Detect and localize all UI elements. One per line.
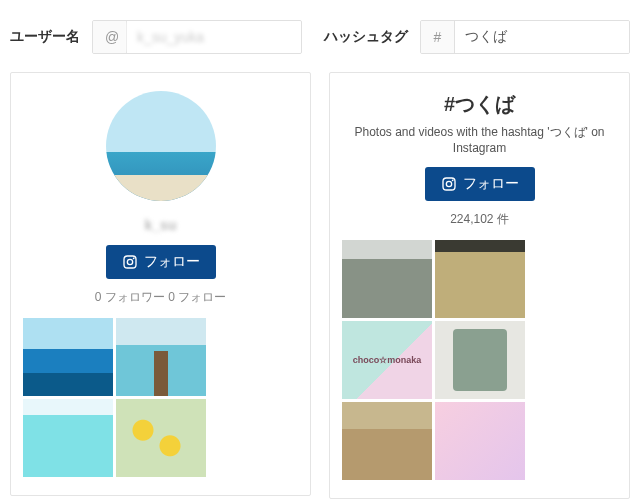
user-stats: 0 フォロワー 0 フォロー (23, 289, 298, 306)
user-field-row: ユーザー名 @ (10, 20, 306, 54)
user-follow-button[interactable]: フォロー (106, 245, 216, 279)
hashtag-count: 224,102 件 (342, 211, 617, 228)
hashtag-card: #つくば Photos and videos with the hashtag … (329, 72, 630, 499)
svg-point-1 (127, 259, 132, 264)
hashtag-thumb-3-text: choco☆monaka (353, 355, 422, 365)
hashtag-input[interactable] (455, 21, 630, 53)
hashtag-follow-label: フォロー (463, 175, 519, 193)
hashtag-photo-grid: choco☆monaka (342, 240, 617, 480)
hashtag-input-group: # (420, 20, 630, 54)
instagram-icon (122, 254, 138, 270)
hashtag-thumb-2[interactable] (435, 240, 525, 318)
hash-prefix: # (421, 21, 455, 53)
svg-point-5 (451, 179, 453, 181)
hashtag-thumb-6[interactable] (435, 402, 525, 480)
user-thumb-1[interactable] (23, 318, 113, 396)
hashtag-field-row: ハッシュタグ # (324, 20, 630, 54)
hashtag-thumb-4[interactable] (435, 321, 525, 399)
hashtag-thumb-3[interactable]: choco☆monaka (342, 321, 432, 399)
search-row: ユーザー名 @ ハッシュタグ # (10, 20, 630, 72)
user-field-label: ユーザー名 (10, 28, 80, 46)
hashtag-title: #つくば (342, 91, 617, 118)
hashtag-subtitle: Photos and videos with the hashtag 'つくば'… (342, 124, 617, 155)
svg-point-4 (446, 181, 451, 186)
svg-point-2 (132, 257, 134, 259)
hashtag-thumb-5[interactable] (342, 402, 432, 480)
hashtag-follow-button[interactable]: フォロー (425, 167, 535, 201)
hashtag-field-label: ハッシュタグ (324, 28, 408, 46)
user-photo-grid (23, 318, 298, 477)
user-card: k_su フォロー 0 フォロワー 0 フォロー (10, 72, 311, 496)
user-display-name: k_su (23, 217, 298, 233)
user-avatar[interactable] (106, 91, 216, 201)
username-input[interactable] (127, 21, 302, 53)
user-thumb-3[interactable] (23, 399, 113, 477)
user-thumb-4[interactable] (116, 399, 206, 477)
instagram-icon (441, 176, 457, 192)
user-follow-label: フォロー (144, 253, 200, 271)
results-row: k_su フォロー 0 フォロワー 0 フォロー #つくば Photos and… (10, 72, 630, 499)
user-thumb-2[interactable] (116, 318, 206, 396)
hashtag-thumb-1[interactable] (342, 240, 432, 318)
at-prefix: @ (93, 21, 127, 53)
user-input-group: @ (92, 20, 302, 54)
